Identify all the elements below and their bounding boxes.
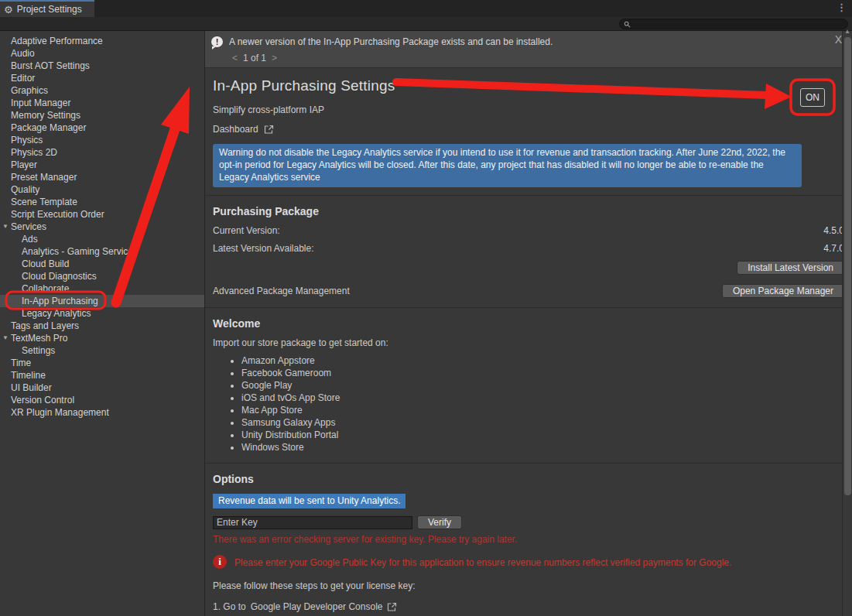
sidebar-item-collaborate[interactable]: Collaborate [0, 282, 204, 295]
google-key-input[interactable] [213, 516, 412, 529]
sidebar-item-in-app-purchasing[interactable]: In-App Purchasing [0, 295, 204, 307]
sidebar-item-physics-2d[interactable]: Physics 2D [0, 146, 204, 159]
gear-icon: ⚙ [4, 5, 13, 15]
sidebar-item-burst-aot-settings[interactable]: Burst AOT Settings [0, 60, 204, 72]
pager-next-icon[interactable]: > [272, 53, 277, 63]
store-list-item: Samsung Galaxy Apps [241, 416, 844, 429]
notification-bubble-icon: ! [211, 36, 223, 47]
sidebar-item-package-manager[interactable]: Package Manager [0, 121, 204, 134]
sidebar-item-label: Memory Settings [11, 110, 80, 121]
foldout-triangle-icon[interactable]: ▼ [2, 332, 9, 344]
sidebar-item-memory-settings[interactable]: Memory Settings [0, 109, 204, 121]
sidebar-item-version-control[interactable]: Version Control [0, 394, 204, 406]
sidebar-item-ui-builder[interactable]: UI Builder [0, 382, 204, 394]
google-play-console-link[interactable]: Google Play Developer Console [251, 601, 383, 612]
sidebar-item-label: Physics [11, 135, 43, 145]
sidebar-item-ads[interactable]: Ads [0, 233, 204, 245]
vertical-scrollbar[interactable]: ▲ [842, 31, 852, 616]
scrollbar-thumb[interactable] [844, 37, 851, 495]
sidebar-item-cloud-build[interactable]: Cloud Build [0, 258, 204, 270]
revenue-note-chip: Revenue data will be sent to Unity Analy… [213, 494, 405, 508]
external-link-icon[interactable] [264, 125, 274, 135]
sidebar-item-label: Package Manager [11, 122, 86, 133]
sidebar-item-label: Input Manager [11, 98, 70, 108]
update-banner: ! A newer version of the In-App Purchasi… [205, 31, 852, 68]
sidebar-item-label: Player [11, 159, 37, 170]
sidebar-item-preset-manager[interactable]: Preset Manager [0, 171, 204, 183]
sidebar-item-input-manager[interactable]: Input Manager [0, 97, 204, 109]
sidebar-item-label: Editor [11, 73, 35, 84]
sidebar-item-time[interactable]: Time [0, 357, 204, 369]
foldout-triangle-icon[interactable]: ▼ [2, 221, 9, 233]
sidebar-item-player[interactable]: Player [0, 159, 204, 171]
store-list-item: Google Play [241, 379, 844, 392]
tab-bar: ⚙ Project Settings ⋮ [0, 0, 852, 17]
sidebar-item-timeline[interactable]: Timeline [0, 369, 204, 382]
sidebar-item-legacy-analytics[interactable]: Legacy Analytics [0, 307, 204, 320]
steps-intro: Please follow these steps to get your li… [213, 580, 844, 591]
latest-version-value: 4.7.0 [823, 243, 844, 254]
sidebar-item-editor[interactable]: Editor [0, 72, 204, 84]
main-panel: ! A newer version of the In-App Purchasi… [205, 31, 852, 616]
tab-project-settings[interactable]: ⚙ Project Settings [0, 0, 94, 17]
sidebar-item-xr-plugin-management[interactable]: XR Plugin Management [0, 406, 204, 419]
sidebar-item-services[interactable]: ▼Services [0, 221, 204, 233]
search-input[interactable] [634, 19, 843, 29]
sidebar-item-label: Quality [11, 184, 39, 195]
sidebar-item-label: Preset Manager [11, 172, 77, 183]
sidebar-item-cloud-diagnostics[interactable]: Cloud Diagnostics [0, 270, 204, 282]
search-box[interactable] [619, 19, 848, 29]
install-latest-version-button[interactable]: Install Latest Version [737, 261, 844, 275]
sidebar-item-label: Graphics [11, 85, 48, 96]
sidebar-item-label: Version Control [11, 395, 74, 406]
sidebar-item-settings[interactable]: Settings [0, 344, 204, 357]
sidebar-item-script-execution-order[interactable]: Script Execution Order [0, 208, 204, 221]
settings-sidebar: Adaptive PerformanceAudioBurst AOT Setti… [0, 31, 205, 616]
legacy-analytics-warning: Warning do not disable the Legacy Analyt… [213, 144, 802, 187]
step1-prefix: 1. Go to [213, 601, 246, 612]
sidebar-item-label: Legacy Analytics [22, 308, 91, 319]
pager-count: 1 of 1 [243, 53, 266, 63]
header-section: In-App Purchasing Settings Simplify cros… [205, 68, 852, 142]
sidebar-item-quality[interactable]: Quality [0, 183, 204, 196]
banner-close-icon[interactable]: X [835, 33, 842, 46]
sidebar-item-textmesh-pro[interactable]: ▼TextMesh Pro [0, 332, 204, 344]
sidebar-item-label: Cloud Build [22, 258, 69, 269]
welcome-intro: Import our store package to get started … [213, 337, 844, 348]
store-list-item: Amazon Appstore [241, 354, 844, 367]
sidebar-item-label: Cloud Diagnostics [22, 271, 97, 282]
store-list-item: iOS and tvOs App Store [241, 392, 844, 404]
store-list-item: Windows Store [241, 441, 844, 453]
sidebar-item-label: Time [11, 358, 31, 368]
sidebar-item-label: Ads [22, 234, 38, 245]
iap-toggle-on-button[interactable]: ON [800, 88, 825, 107]
sidebar-item-adaptive-performance[interactable]: Adaptive Performance [0, 35, 204, 47]
store-list-item: Unity Distribution Portal [241, 429, 844, 441]
advanced-package-label: Advanced Package Management [213, 286, 350, 296]
search-icon [624, 21, 631, 28]
dashboard-link[interactable]: Dashboard [213, 124, 258, 135]
pager-prev-icon[interactable]: < [232, 53, 238, 63]
key-error-text: There was an error checking server for e… [213, 534, 844, 545]
sidebar-item-tags-and-layers[interactable]: Tags and Layers [0, 320, 204, 332]
sidebar-item-label: XR Plugin Management [11, 407, 109, 418]
sidebar-item-graphics[interactable]: Graphics [0, 84, 204, 97]
sidebar-item-label: TextMesh Pro [11, 333, 67, 344]
kebab-menu-icon[interactable]: ⋮ [837, 2, 847, 13]
store-list: Amazon AppstoreFacebook GameroomGoogle P… [213, 354, 844, 453]
latest-version-label: Latest Version Available: [213, 243, 314, 254]
sidebar-item-analytics-gaming-services[interactable]: Analytics - Gaming Services [0, 245, 204, 258]
sidebar-item-scene-template[interactable]: Scene Template [0, 196, 204, 208]
welcome-section: Welcome Import our store package to get … [205, 308, 852, 463]
external-link-icon[interactable] [387, 602, 397, 612]
sidebar-item-physics[interactable]: Physics [0, 134, 204, 146]
scroll-up-arrow-icon[interactable]: ▲ [844, 28, 850, 35]
tab-title: Project Settings [17, 4, 82, 15]
store-list-item: Facebook Gameroom [241, 367, 844, 379]
open-package-manager-button[interactable]: Open Package Manager [722, 284, 844, 298]
sidebar-item-label: Timeline [11, 370, 46, 381]
sidebar-item-audio[interactable]: Audio [0, 47, 204, 60]
verify-button[interactable]: Verify [417, 515, 462, 529]
sidebar-list: Adaptive PerformanceAudioBurst AOT Setti… [0, 35, 204, 419]
sidebar-item-label: Audio [11, 48, 35, 59]
